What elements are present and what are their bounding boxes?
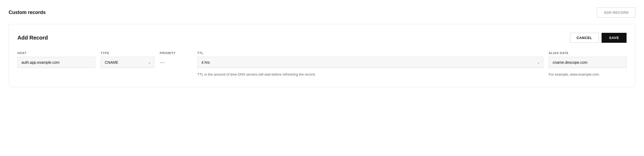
type-label: TYPE — [101, 51, 154, 55]
type-select[interactable]: CNAME A AAAA MX TXT SRV — [101, 57, 154, 68]
card-header: Add Record CANCEL SAVE — [17, 33, 627, 43]
type-select-wrapper: CNAME A AAAA MX TXT SRV ⌄ — [101, 57, 154, 68]
ttl-group: TTL Auto 1 min 5 mins 30 mins 1 hr 4 hrs… — [197, 51, 543, 77]
card-actions: CANCEL SAVE — [570, 33, 627, 43]
priority-value: — — [160, 57, 192, 68]
alias-data-hint: For example, www.example.com — [549, 72, 627, 77]
host-input[interactable] — [17, 57, 95, 68]
priority-group: PRIORITY — — [160, 51, 192, 68]
alias-data-input[interactable] — [549, 57, 627, 68]
ttl-select-wrapper: Auto 1 min 5 mins 30 mins 1 hr 4 hrs 12 … — [197, 57, 543, 68]
ttl-select[interactable]: Auto 1 min 5 mins 30 mins 1 hr 4 hrs 12 … — [198, 57, 543, 68]
ttl-hint: TTL is the amount of time DNS servers wi… — [197, 72, 543, 77]
add-record-button[interactable]: ADD RECORD — [597, 8, 635, 17]
add-record-card: Add Record CANCEL SAVE HOST TYPE CNAME A… — [9, 24, 635, 87]
page-title: Custom records — [9, 10, 46, 15]
card-title: Add Record — [17, 35, 48, 41]
page-header: Custom records ADD RECORD — [9, 8, 635, 17]
alias-data-group: ALIAS DATA For example, www.example.com — [549, 51, 627, 77]
save-button[interactable]: SAVE — [602, 33, 627, 43]
form-grid: HOST TYPE CNAME A AAAA MX TXT SRV ⌄ PRIO… — [17, 51, 627, 77]
ttl-label: TTL — [197, 51, 543, 55]
host-label: HOST — [17, 51, 95, 55]
priority-label: PRIORITY — [160, 51, 192, 55]
alias-data-label: ALIAS DATA — [549, 51, 627, 55]
host-group: HOST — [17, 51, 95, 68]
cancel-button[interactable]: CANCEL — [570, 33, 599, 43]
type-group: TYPE CNAME A AAAA MX TXT SRV ⌄ — [101, 51, 154, 68]
